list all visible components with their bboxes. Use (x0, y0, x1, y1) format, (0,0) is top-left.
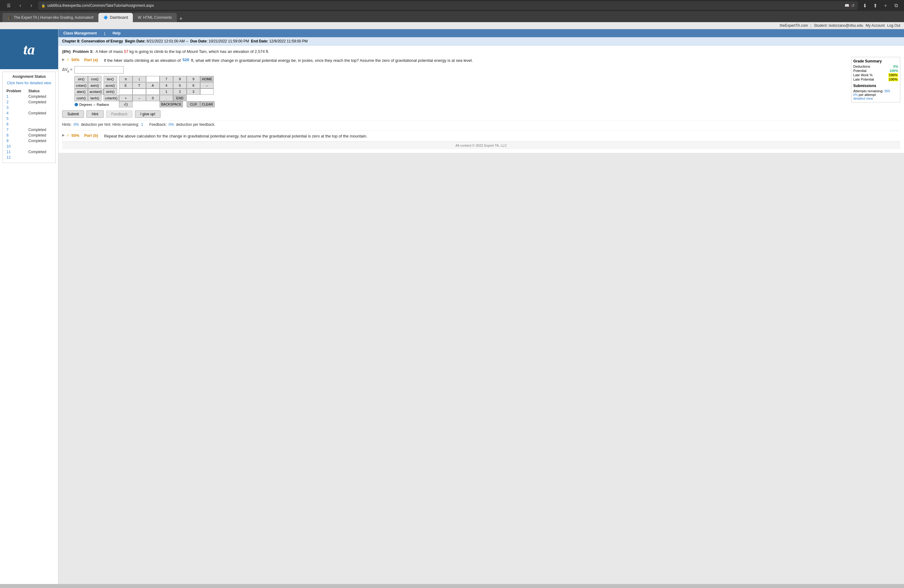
sidebar-toggle-button[interactable]: ☰ (4, 1, 14, 10)
calc-e[interactable]: E (119, 82, 133, 89)
problem-num-4[interactable]: 4 (5, 111, 27, 116)
calc-acos[interactable]: acos() (104, 82, 117, 89)
calc-sin[interactable]: sin() (74, 76, 88, 82)
problem-mass: 57 (124, 49, 128, 54)
tab-dashboard[interactable]: 🔷 Dashboard (98, 13, 133, 22)
submit-button[interactable]: Submit (62, 111, 84, 118)
content-area: Class Management | Help Chapter 8: Conse… (58, 29, 904, 584)
student-info: Student: isolorzano@sfsu.edu (814, 24, 863, 28)
calc-plus[interactable]: + (119, 95, 133, 101)
my-account-link[interactable]: My Account (866, 24, 885, 28)
problem-num-3[interactable]: 3 (5, 105, 27, 111)
problem-num-11[interactable]: 11 (5, 149, 27, 155)
give-up-button[interactable]: I give up! (135, 111, 161, 118)
download-button[interactable]: ⬇ (860, 1, 869, 10)
calc-5[interactable]: 5 (173, 82, 186, 89)
expand-icon-b[interactable]: ▶ (62, 133, 65, 137)
hint-button[interactable]: Hint (86, 111, 103, 118)
part-b-text: Repeat the above calculation for the cha… (104, 133, 367, 139)
calc-6[interactable]: 6 (186, 82, 200, 89)
part-a-header: ▶ ⚠ 50% Part (a) If the hiker starts cli… (62, 57, 847, 64)
calc-9[interactable]: 9 (186, 76, 200, 82)
calc-t[interactable]: T (133, 82, 146, 89)
tab-html-comments[interactable]: W HTML Comments (133, 13, 177, 22)
calc-asin[interactable]: asin() (88, 82, 101, 89)
problem-num-7[interactable]: 7 (5, 127, 27, 133)
problem-status-7: Completed (27, 127, 53, 133)
calc-tan[interactable]: tan() (104, 76, 117, 82)
calc-0[interactable]: 0 (146, 95, 160, 101)
problem-num-10[interactable]: 10 (5, 144, 27, 149)
calc-clr[interactable]: CLR (186, 101, 200, 107)
calc-cotanh[interactable]: cotanh() (104, 95, 119, 101)
calc-a[interactable]: A (146, 82, 160, 89)
problem-status-1: Completed (27, 94, 53, 100)
calc-3[interactable]: 3 (186, 89, 200, 95)
problem-header: (8%) Problem 3: A hiker of mass 57 kg is… (62, 49, 900, 54)
calc-backspace[interactable]: BACKSPACE (160, 101, 183, 107)
help-button[interactable]: Help (111, 30, 122, 36)
feedback-button[interactable]: Feedback (106, 111, 133, 118)
calc-pi[interactable]: π (119, 76, 133, 82)
part-b-percent: 50% (71, 133, 79, 138)
calc-sqrt[interactable]: √() (119, 101, 133, 107)
expand-icon-a[interactable]: ▶ (62, 57, 65, 62)
calc-cotan[interactable]: cotan() (74, 82, 88, 89)
late-work-val: 100% (888, 73, 898, 77)
answer-input[interactable] (74, 66, 123, 74)
tab-expert-ta[interactable]: 🎓 The Expert TA | Human-like Grading, Au… (2, 13, 98, 22)
tab-overview-button[interactable]: ⧉ (892, 1, 900, 10)
calc-clear[interactable]: CLEAR (200, 101, 215, 107)
new-tab-button[interactable]: ＋ (881, 1, 890, 10)
forward-button[interactable]: › (27, 1, 36, 10)
calc-display2 (119, 89, 133, 95)
calc-end[interactable]: END (173, 95, 186, 101)
log-out-link[interactable]: Log Out (887, 24, 900, 28)
calc-open-paren[interactable]: ( (133, 76, 146, 82)
calc-atan[interactable]: atan() (74, 89, 88, 95)
late-work-label: Late Work % (853, 73, 872, 77)
calc-8[interactable]: 8 (173, 76, 186, 82)
assignment-status-title: Assignment Status (5, 74, 53, 79)
problem-num-12[interactable]: 12 (5, 155, 27, 160)
late-potential-row: Late Potential 100% (853, 77, 898, 81)
problem-num-6[interactable]: 6 (5, 122, 27, 127)
calc-sinh[interactable]: sinh() (104, 89, 117, 95)
problem-row-7: 7Completed (5, 127, 53, 133)
problem-num-2[interactable]: 2 (5, 100, 27, 105)
calc-home[interactable]: HOME (200, 76, 214, 82)
calc-cosh[interactable]: cosh() (74, 95, 88, 101)
back-button[interactable]: ‹ (16, 1, 25, 10)
problem-num-5[interactable]: 5 (5, 116, 27, 122)
problem-num-8[interactable]: 8 (5, 133, 27, 138)
problem-num-9[interactable]: 9 (5, 138, 27, 144)
hints-remaining[interactable]: 1 (141, 122, 143, 127)
calc-cos[interactable]: cos() (88, 76, 101, 82)
click-here-link[interactable]: Click here for detailed view (5, 81, 53, 86)
calc-tanh[interactable]: tanh() (88, 95, 101, 101)
detailed-view-link[interactable]: detailed view (853, 96, 873, 100)
class-mgmt-bar: Class Management | Help (58, 29, 904, 37)
class-management-button[interactable]: Class Management (62, 30, 98, 36)
refresh-icon[interactable]: ↺ (851, 3, 855, 8)
new-tab-plus-button[interactable]: + (177, 16, 185, 22)
share-button[interactable]: ⬆ (871, 1, 879, 10)
lock-icon: 🔒 (41, 4, 46, 8)
calc-4[interactable]: 4 (160, 82, 173, 89)
problem-row-1: 1Completed (5, 94, 53, 100)
tab-label-expert: The Expert TA | Human-like Grading, Auto… (14, 15, 93, 20)
calc-minus2[interactable]: – (133, 95, 146, 101)
per-attempt-pct: 0% (853, 93, 858, 96)
address-bar[interactable]: 🔒 usb06ca.theexpertta.com/Common/TakeTut… (38, 1, 858, 10)
calc-dot[interactable]: . (160, 95, 173, 101)
attempts-row: Attempts remaining: 999 (853, 89, 898, 93)
problem-row-10: 10 (5, 144, 53, 149)
calc-2[interactable]: 2 (173, 89, 186, 95)
calc-acotan[interactable]: acotan() (88, 89, 103, 95)
problem-num-1[interactable]: 1 (5, 94, 27, 100)
calc-minus1[interactable]: – (200, 82, 214, 89)
calc-1[interactable]: 1 (160, 89, 173, 95)
tab-favicon-expert: 🎓 (7, 15, 12, 20)
calc-7[interactable]: 7 (160, 76, 173, 82)
hints-label: Hints: (62, 122, 72, 127)
